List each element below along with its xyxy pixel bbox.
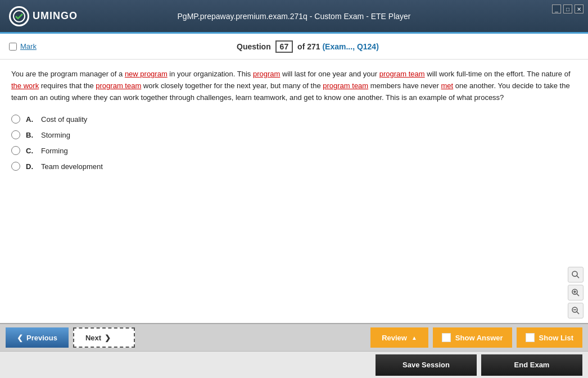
option-b[interactable]: B. Storming — [11, 130, 577, 139]
question-text: You are the program manager of a new pro… — [11, 69, 577, 103]
mark-checkbox[interactable]: Mark — [9, 42, 37, 51]
question-number: 67 — [275, 40, 293, 53]
save-session-button[interactable]: Save Session — [376, 354, 477, 376]
option-a-radio[interactable] — [11, 115, 20, 124]
previous-label: Previous — [26, 334, 57, 342]
options-list: A. Cost of quality B. Storming C. Formin… — [11, 115, 577, 171]
bottom-nav: Previous Next Review ▲ Show Answer Show … — [0, 323, 588, 351]
show-list-label: Show List — [539, 334, 573, 342]
show-answer-label: Show Answer — [455, 334, 503, 342]
svg-point-0 — [13, 11, 25, 22]
option-c-radio[interactable] — [11, 146, 20, 155]
window-title: PgMP.prepaway.premium.exam.271q - Custom… — [178, 12, 411, 21]
logo-text: UMINGO — [33, 10, 78, 22]
total-questions: of 271 — [297, 42, 320, 51]
zoom-out-icon-btn[interactable] — [568, 303, 584, 318]
question-label: Question — [237, 42, 271, 51]
save-session-label: Save Session — [402, 361, 450, 369]
question-info: Question 67 of 271 (Exam..., Q124) — [237, 40, 379, 53]
close-button[interactable]: ✕ — [575, 4, 584, 13]
zoom-in-icon-btn[interactable] — [568, 285, 584, 300]
review-arrow-icon: ▲ — [411, 335, 417, 341]
option-b-text: Storming — [41, 131, 70, 139]
exam-ref: (Exam..., Q124) — [322, 42, 378, 51]
prev-chevron-icon — [17, 334, 23, 342]
svg-point-1 — [572, 271, 577, 276]
minimize-button[interactable]: _ — [552, 4, 561, 13]
content-area: You are the program manager of a new pro… — [0, 60, 588, 323]
option-b-radio[interactable] — [11, 130, 20, 139]
option-a[interactable]: A. Cost of quality — [11, 115, 577, 124]
logo: UMINGO — [9, 6, 78, 26]
option-c[interactable]: C. Forming — [11, 146, 577, 155]
end-exam-button[interactable]: End Exam — [481, 354, 582, 376]
show-answer-button[interactable]: Show Answer — [433, 327, 512, 348]
show-list-icon — [526, 333, 535, 342]
next-chevron-icon — [105, 334, 111, 342]
window-controls: _ □ ✕ — [552, 4, 584, 13]
option-c-text: Forming — [41, 147, 68, 155]
review-label: Review — [382, 334, 407, 342]
svg-line-4 — [577, 294, 579, 296]
svg-line-8 — [577, 312, 579, 314]
show-list-button[interactable]: Show List — [517, 327, 582, 348]
logo-icon — [9, 6, 29, 26]
option-a-text: Cost of quality — [41, 115, 87, 124]
maximize-button[interactable]: □ — [563, 4, 572, 13]
mark-input[interactable] — [9, 43, 17, 51]
option-d-text: Team development — [41, 162, 103, 171]
end-exam-label: End Exam — [514, 361, 550, 369]
previous-button[interactable]: Previous — [6, 327, 69, 348]
next-label: Next — [85, 334, 101, 342]
header-bar: Mark Question 67 of 271 (Exam..., Q124) — [0, 34, 588, 60]
mark-label: Mark — [20, 42, 37, 51]
option-d-radio[interactable] — [11, 162, 20, 171]
next-button[interactable]: Next — [73, 327, 135, 348]
show-answer-icon — [442, 333, 451, 342]
review-button[interactable]: Review ▲ — [370, 327, 428, 348]
sidebar-icons — [568, 267, 584, 318]
bottom-action-bar: Save Session End Exam — [0, 351, 588, 378]
title-bar: UMINGO PgMP.prepaway.premium.exam.271q -… — [0, 0, 588, 34]
svg-line-2 — [577, 276, 579, 278]
search-icon-btn[interactable] — [568, 267, 584, 283]
option-d[interactable]: D. Team development — [11, 162, 577, 171]
